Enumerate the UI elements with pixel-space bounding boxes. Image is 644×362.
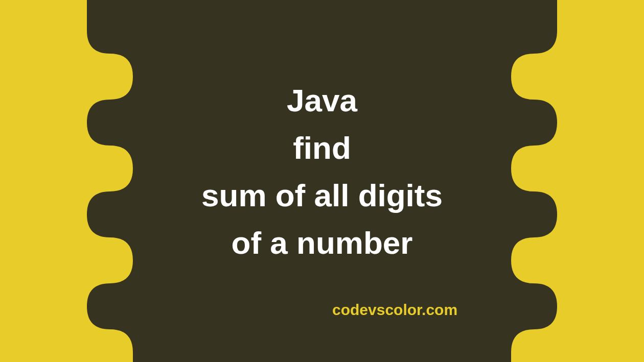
- banner-title: Java find sum of all digits of a number: [201, 77, 443, 267]
- site-watermark: codevscolor.com: [332, 301, 457, 319]
